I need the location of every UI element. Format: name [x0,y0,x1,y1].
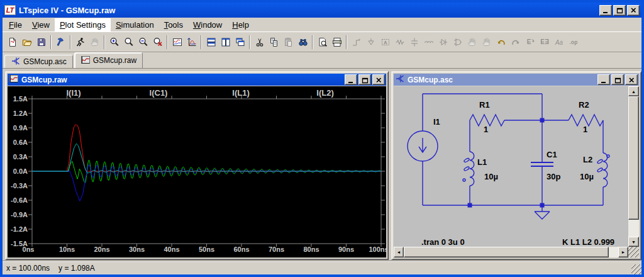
scroll-left-button[interactable]: ◄ [394,247,404,257]
zoom-back-icon[interactable] [121,35,136,50]
minimize-button[interactable] [597,74,610,85]
x-tick-label: 20ns [94,246,109,253]
schematic-vscrollbar[interactable]: ▲ ▼ [628,86,639,247]
place-inductor-icon[interactable] [421,35,436,50]
paste-icon[interactable] [281,35,296,50]
waveform-plot-area[interactable]: 0ns10ns20ns30ns40ns50ns60ns70ns80ns90ns1… [8,86,386,257]
move-icon[interactable] [465,35,479,50]
find-icon[interactable] [296,35,310,50]
close-button[interactable] [625,74,638,85]
place-text-icon[interactable]: Aa [552,35,566,50]
rotate-icon[interactable]: E [523,35,537,50]
print-icon[interactable] [330,35,344,50]
scroll-down-button[interactable]: ▼ [628,237,639,247]
inductor-L2 [603,153,608,187]
waveform-plot[interactable]: 0ns10ns20ns30ns40ns50ns60ns70ns80ns90ns1… [8,86,386,257]
zoom-full-extents-icon[interactable] [150,35,165,50]
scroll-right-button[interactable]: ► [618,247,628,257]
app-titlebar[interactable]: LT LTspice IV - GSMcup.raw [3,3,641,18]
cursor-y-readout: y = 1.098A [58,264,95,273]
new-schematic-icon[interactable] [5,35,19,50]
cut-icon[interactable] [252,35,267,50]
menu-item-tools[interactable]: Tools [159,18,188,31]
waveform-window-title: GSMcup.raw [21,76,342,84]
autorange-y-icon[interactable] [184,35,199,50]
undo-icon[interactable] [494,35,508,50]
zoom-out-icon[interactable] [136,35,150,50]
place-capacitor-icon[interactable] [407,35,421,50]
schematic-label: 10µ [484,172,498,181]
waveform-window-titlebar[interactable]: GSMcup.raw [8,74,386,86]
trace-il1[interactable] [32,165,381,201]
vscroll-track[interactable] [628,96,639,237]
inductor-L1-phase-dot [463,179,465,181]
redo-icon[interactable] [508,35,523,50]
drag-icon[interactable] [479,35,494,50]
menu-item-simulation[interactable]: Simulation [111,18,159,31]
tab-gsmcup.raw[interactable]: GSMcup.raw [74,52,143,68]
place-net-label-icon[interactable]: A [378,35,392,50]
trace-il2[interactable] [32,144,381,173]
schematic-hscrollbar[interactable]: ◄ ► [394,247,628,257]
trace-ii1[interactable] [32,125,381,171]
place-component-icon[interactable] [450,35,465,50]
y-tick-label: -0.6A [11,196,28,204]
place-resistor-icon[interactable] [392,35,407,50]
tile-horizontally-icon[interactable] [204,35,218,50]
y-tick-label: 0.3A [13,153,28,161]
draw-wire-icon[interactable] [349,35,364,50]
menu-item-file[interactable]: File [4,18,27,31]
copy-icon[interactable] [267,35,281,50]
scroll-up-button[interactable]: ▲ [628,86,639,96]
hscroll-track[interactable] [404,247,618,257]
minimize-button[interactable] [599,5,612,16]
close-button[interactable] [627,5,640,16]
app-resize-grip[interactable] [631,264,641,274]
halt-icon[interactable] [87,35,102,50]
schematic-label: 1 [583,125,587,134]
tab-label: GSMcup.asc [23,57,67,66]
minimize-button[interactable] [345,74,357,85]
place-ground-icon[interactable] [364,35,378,50]
window-resize-grip[interactable] [628,247,639,257]
status-bar: x = 100.00ns y = 1.098A [3,261,641,274]
tile-vertically-icon[interactable] [218,35,233,50]
schematic-label: 30p [547,172,560,181]
legend-il2[interactable]: I(L2) [316,88,333,98]
maximize-button[interactable] [611,74,624,85]
toolbar-separator [346,35,347,49]
menu-item-view[interactable]: View [27,18,55,31]
legend-il1[interactable]: I(L1) [232,88,249,98]
spice-directive-icon[interactable]: .op [566,35,580,50]
legend-ic1[interactable]: I(C1) [150,88,168,98]
save-icon[interactable] [34,35,48,50]
close-button[interactable] [372,74,385,85]
zoom-in-icon[interactable] [107,35,121,50]
maximize-button[interactable] [358,74,371,85]
menu-item-window[interactable]: Window [188,18,227,31]
menu-item-plot-settings[interactable]: Plot Settings [55,18,111,31]
inductor-L1-loop [464,158,470,163]
hscroll-thumb[interactable] [404,247,609,257]
plot-settings-icon[interactable] [170,35,184,50]
tab-gsmcup.asc[interactable]: GSMcup.asc [4,55,73,68]
app-icon: LT [4,5,16,15]
run-icon[interactable] [73,35,87,50]
schematic-window-titlebar[interactable]: GSMcup.asc [394,74,639,86]
cascade-windows-icon[interactable] [233,35,247,50]
vscroll-thumb[interactable] [628,96,639,220]
print-preview-icon[interactable] [315,35,330,50]
schematic-canvas[interactable]: I1R11R21L110µC130pL210µ.tran 0 3u 0K L1 … [394,86,639,257]
menu-item-help[interactable]: Help [227,18,254,31]
place-diode-icon[interactable] [436,35,450,50]
tab-bar: GSMcup.ascGSMcup.raw [3,52,641,68]
svg-text:A: A [384,39,387,45]
legend-ii1[interactable]: I(I1) [66,88,80,98]
control-panel-icon[interactable] [53,35,68,50]
mirror-icon[interactable]: EƎ [537,35,552,50]
maximize-button[interactable] [613,5,626,16]
waveform-icon [9,74,19,86]
y-tick-label: 0.9A [13,124,28,132]
y-tick-label: -1.5A [11,240,28,247]
open-icon[interactable] [19,35,34,50]
